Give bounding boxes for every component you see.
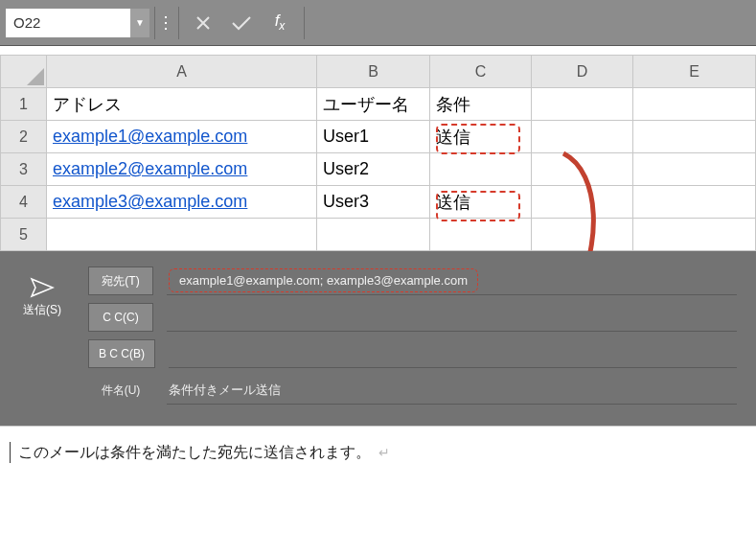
name-box[interactable] (6, 9, 130, 37)
col-header-a[interactable]: A (47, 56, 317, 88)
check-icon (231, 14, 252, 32)
email-link[interactable]: example1@example.com (53, 127, 247, 146)
col-header-c[interactable]: C (430, 56, 532, 88)
cell[interactable]: 条件 (430, 88, 532, 121)
more-icon[interactable]: ⋯ (156, 16, 177, 30)
cell[interactable] (633, 153, 756, 186)
cell[interactable]: ユーザー名 (317, 88, 430, 121)
name-box-dropdown[interactable]: ▼ (130, 9, 149, 37)
select-all-corner[interactable] (1, 56, 47, 88)
to-button[interactable]: 宛先(T) (88, 266, 153, 295)
cc-field[interactable] (167, 303, 737, 332)
subject-label: 件名(U) (88, 382, 153, 399)
row-header[interactable]: 4 (1, 186, 47, 219)
accept-formula-button[interactable] (222, 4, 261, 42)
cell[interactable]: User1 (317, 121, 430, 153)
send-button[interactable]: 送信(S) (11, 266, 73, 328)
cell[interactable] (633, 88, 756, 121)
cell[interactable] (532, 121, 633, 153)
row-header[interactable]: 1 (1, 88, 47, 121)
cell[interactable]: User2 (317, 153, 430, 186)
cell[interactable] (633, 121, 756, 153)
spreadsheet: A B C D E 1 アドレス ユーザー名 条件 2 example1@exa… (0, 46, 756, 251)
subject-field[interactable]: 条件付きメール送信 (167, 376, 737, 405)
row-header[interactable]: 2 (1, 121, 47, 153)
cell[interactable]: example1@example.com (47, 121, 317, 153)
cell[interactable]: 送信 (430, 186, 532, 219)
col-header-b[interactable]: B (317, 56, 430, 88)
cell[interactable] (430, 219, 532, 251)
cell[interactable] (317, 219, 430, 251)
row-header[interactable]: 3 (1, 153, 47, 186)
x-icon (195, 14, 212, 32)
text-cursor (10, 442, 11, 463)
cell[interactable]: User3 (317, 186, 430, 219)
cell[interactable] (430, 153, 532, 186)
cell[interactable] (47, 219, 317, 251)
cell[interactable] (633, 186, 756, 219)
cell[interactable] (633, 219, 756, 251)
fx-icon: fx (275, 12, 286, 32)
cancel-formula-button[interactable] (184, 4, 222, 42)
cell[interactable] (532, 88, 633, 121)
formula-input[interactable] (309, 9, 750, 37)
email-link[interactable]: example2@example.com (53, 159, 247, 178)
cell[interactable]: example2@example.com (47, 153, 317, 186)
mail-compose-panel: 送信(S) 宛先(T) example1@example.com; exampl… (0, 251, 756, 426)
mail-body[interactable]: このメールは条件を満たした宛先に送信されます。 ↵ (0, 426, 756, 478)
cc-button[interactable]: C C(C) (88, 303, 153, 332)
cell[interactable]: example3@example.com (47, 186, 317, 219)
paragraph-mark-icon: ↵ (378, 445, 390, 460)
email-link[interactable]: example3@example.com (53, 192, 247, 211)
to-value: example1@example.com; example3@example.c… (169, 268, 478, 292)
col-header-d[interactable]: D (532, 56, 633, 88)
to-field[interactable]: example1@example.com; example3@example.c… (167, 266, 737, 295)
bcc-field[interactable] (169, 339, 737, 368)
row-header[interactable]: 5 (1, 219, 47, 251)
send-icon (30, 277, 55, 298)
cell[interactable]: 送信 (430, 121, 532, 153)
insert-function-button[interactable]: fx (261, 4, 299, 42)
cell[interactable]: アドレス (47, 88, 317, 121)
body-text-content: このメールは条件を満たした宛先に送信されます。 (18, 443, 371, 463)
col-header-e[interactable]: E (633, 56, 756, 88)
send-label: 送信(S) (23, 302, 61, 318)
formula-bar: ▼ ⋯ fx (0, 0, 756, 46)
bcc-button[interactable]: B C C(B) (88, 339, 155, 368)
